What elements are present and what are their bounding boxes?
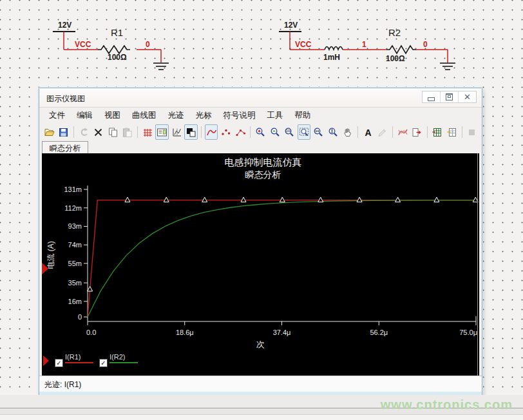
x-tick-label: 18.6μ xyxy=(176,329,194,336)
net-label-0: 0 xyxy=(146,40,150,49)
export-excel-icon[interactable] xyxy=(445,124,459,140)
inductor-value: 1mH xyxy=(323,53,340,62)
marker-triangle xyxy=(280,197,285,202)
legend-label-ir2: I(R2) xyxy=(109,353,138,361)
status-bar: 光迹: I(R1) xyxy=(39,376,482,392)
zoom-y-icon[interactable] xyxy=(327,124,340,140)
source-voltage-label: 12V xyxy=(58,21,71,30)
undo-icon[interactable] xyxy=(77,124,91,140)
menu-help[interactable]: 帮助 xyxy=(289,108,317,124)
legend-selected-arrow-icon xyxy=(43,356,49,366)
marker-triangle xyxy=(164,197,169,202)
x-tick-label: 0.0 xyxy=(86,329,96,336)
window-controls: ✕ xyxy=(422,91,477,103)
chart-legend: ✓ I(R1) ✓ I(R2) xyxy=(43,353,138,367)
toolbar-separator xyxy=(73,126,74,138)
close-button[interactable]: ✕ xyxy=(458,91,476,102)
source-voltage-label: 12V xyxy=(284,21,298,30)
window-titlebar[interactable]: 图示仪视图 ✕ xyxy=(39,88,482,108)
export-icon[interactable] xyxy=(410,124,424,140)
toolbar-separator xyxy=(250,126,251,138)
zoom-x-icon[interactable] xyxy=(312,124,325,140)
plot-panel: 电感抑制电流仿真 瞬态分析 电流 (A) 次 016m35m55m74m93m1… xyxy=(42,153,479,376)
menu-legend[interactable]: 符号说明 xyxy=(218,108,262,124)
trace-ir2 xyxy=(88,200,476,317)
line-style-icon[interactable] xyxy=(205,124,218,140)
status-text: 光迹: I(R1) xyxy=(44,380,81,389)
save-icon[interactable] xyxy=(57,124,71,140)
invert-colors-icon[interactable] xyxy=(184,124,198,140)
legend-color-bar-ir1 xyxy=(65,362,93,363)
resistor-ref-r1: R1 xyxy=(111,27,123,38)
y-tick-label: 74m xyxy=(68,241,82,249)
delete-icon[interactable] xyxy=(91,124,105,140)
menu-bar: 文件编辑视图曲线图光迹光标符号说明工具帮助 xyxy=(39,108,482,124)
add-text-icon[interactable]: A xyxy=(361,124,375,140)
resistor-value-r1: 100Ω xyxy=(108,53,127,62)
marker-triangle xyxy=(241,197,246,202)
trace-ir2-checkbox[interactable]: ✓ xyxy=(99,359,108,367)
annotate-icon[interactable] xyxy=(376,124,389,140)
watermark: www.cntronics.com xyxy=(381,397,513,412)
paste-icon[interactable] xyxy=(121,124,135,140)
x-tick-label: 56.2μ xyxy=(370,329,388,336)
toolbar: 100A xyxy=(39,123,482,142)
dot-line-style-icon[interactable] xyxy=(234,124,247,140)
toolbar-separator xyxy=(462,126,462,138)
y-tick-label: 131m xyxy=(64,186,82,193)
dot-style-icon[interactable] xyxy=(219,124,233,140)
marker-triangle xyxy=(434,197,439,202)
overlay-traces-icon[interactable] xyxy=(396,124,410,140)
ground-left[interactable] xyxy=(153,63,169,70)
menu-graph[interactable]: 曲线图 xyxy=(126,108,162,124)
x-tick-label: 37.4μ xyxy=(273,329,291,336)
toolbar-separator xyxy=(137,126,138,138)
menu-file[interactable]: 文件 xyxy=(43,108,71,124)
zoom-in-icon[interactable] xyxy=(254,124,267,140)
chart-plot[interactable]: 016m35m55m74m93m112m131m0.018.6μ37.4μ56.… xyxy=(42,153,479,376)
minimize-button[interactable] xyxy=(423,91,440,102)
export-table-icon[interactable] xyxy=(431,124,444,140)
vcc-source-left[interactable] xyxy=(53,32,75,50)
menu-tools[interactable]: 工具 xyxy=(262,108,289,124)
zoom-100-icon[interactable]: 100 xyxy=(283,124,296,140)
inductor-l1[interactable] xyxy=(325,47,343,50)
toolbar-separator xyxy=(392,126,393,138)
trace-ir1-checkbox[interactable]: ✓ xyxy=(55,359,63,367)
x-tick-label: 75.0μ xyxy=(459,329,477,336)
ground-right[interactable] xyxy=(440,63,455,70)
net-label-vcc: VCC xyxy=(295,40,311,49)
y-tick-label: 35m xyxy=(68,279,82,287)
svg-text:100: 100 xyxy=(286,129,291,133)
toolbar-separator xyxy=(357,126,358,138)
window-title: 图示仪视图 xyxy=(46,93,85,104)
pan-icon[interactable] xyxy=(341,124,354,140)
svg-text:A: A xyxy=(365,127,371,137)
resistor-ref-r2: R2 xyxy=(388,27,401,38)
menu-cursor[interactable]: 光标 xyxy=(190,108,218,124)
zoom-out-icon[interactable] xyxy=(269,124,282,140)
y-tick-label: 16m xyxy=(68,298,82,305)
resistor-r2[interactable] xyxy=(386,46,416,53)
legend-item-ir2: ✓ I(R2) xyxy=(99,353,138,367)
restore-button[interactable] xyxy=(440,91,458,102)
menu-trace[interactable]: 光迹 xyxy=(162,108,190,124)
net-label-1: 1 xyxy=(362,40,366,49)
legend-label-ir1: I(R1) xyxy=(65,353,93,361)
grapher-window: 图示仪视图 ✕ 文件编辑视图曲线图光迹光标符号说明工具帮助 100A 瞬态分析 … xyxy=(39,88,482,396)
legend-icon[interactable] xyxy=(155,124,169,140)
grid-icon[interactable] xyxy=(141,124,155,140)
restore-icon xyxy=(446,93,453,100)
marker-triangle xyxy=(318,197,323,202)
copy-icon[interactable] xyxy=(106,124,120,140)
legend-item-ir1: ✓ I(R1) xyxy=(55,353,93,367)
stop-icon[interactable] xyxy=(466,124,479,140)
y-tick-label: 93m xyxy=(68,222,82,230)
menu-view[interactable]: 视图 xyxy=(99,108,126,124)
tab-bar: 瞬态分析 xyxy=(39,141,482,153)
menu-edit[interactable]: 编辑 xyxy=(71,108,99,124)
marker-triangle xyxy=(88,287,93,292)
open-icon[interactable] xyxy=(43,124,56,140)
axes-icon[interactable] xyxy=(170,124,184,140)
zoom-area-icon[interactable] xyxy=(298,124,311,140)
